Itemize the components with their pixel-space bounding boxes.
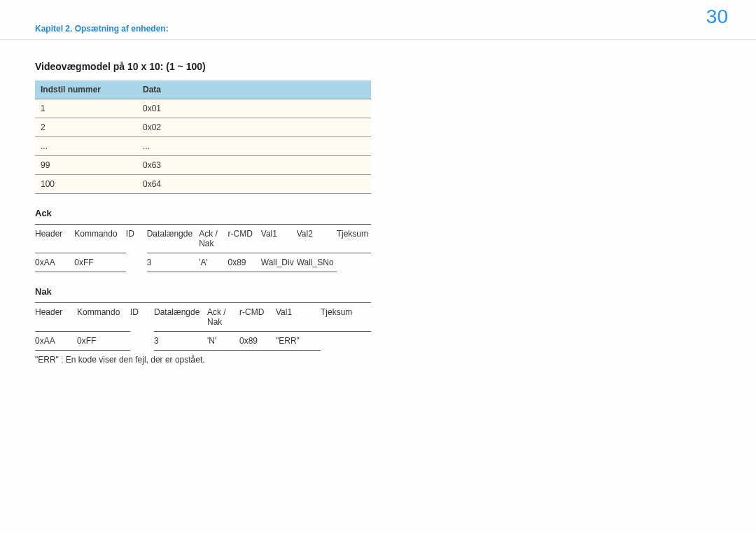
nak-c-5: 0x89 <box>239 332 276 351</box>
nak-c-2 <box>130 332 154 351</box>
table-row: 100 0x64 <box>35 175 371 194</box>
nak-h-7: Tjeksum <box>321 303 371 332</box>
nak-h-5: r-CMD <box>239 303 276 332</box>
table-row: ... ... <box>35 137 371 156</box>
content-area: Videovægmodel på 10 x 10: (1 ~ 100) Inds… <box>0 40 371 365</box>
page-number: 30 <box>706 6 728 28</box>
nak-c-7 <box>321 332 371 351</box>
nak-title: Nak <box>35 286 371 297</box>
nak-h-0: Header <box>35 303 77 332</box>
table-row: 0xAA 0xFF 3 'A' 0x89 Wall_Div Wall_SNo <box>35 253 371 272</box>
cell-num: 99 <box>35 156 137 175</box>
ack-h-3: Datalængde <box>147 225 199 253</box>
table-row: 1 0x01 <box>35 99 371 118</box>
ack-c-5: 0x89 <box>227 253 260 272</box>
table-row: 2 0x02 <box>35 118 371 137</box>
nak-c-6: "ERR" <box>276 332 321 351</box>
ack-table: Header Kommando ID Datalængde Ack / Nak … <box>35 224 371 272</box>
ack-c-8 <box>337 253 371 272</box>
cell-data: 0x01 <box>137 99 371 118</box>
cell-data: ... <box>137 137 371 156</box>
nak-h-2: ID <box>130 303 154 332</box>
table-row: 99 0x63 <box>35 156 371 175</box>
footnote-err: "ERR" : En kode viser den fejl, der er o… <box>35 355 371 365</box>
nak-table: Header Kommando ID Datalængde Ack / Nak … <box>35 302 371 351</box>
section-title: Videovægmodel på 10 x 10: (1 ~ 100) <box>35 61 371 72</box>
col-header-num: Indstil nummer <box>35 80 137 99</box>
cell-num: 1 <box>35 99 137 118</box>
page-header: Kapitel 2. Opsætning af enheden: 30 <box>0 0 756 40</box>
cell-num: ... <box>35 137 137 156</box>
ack-h-4: Ack / Nak <box>199 225 227 253</box>
nak-c-1: 0xFF <box>77 332 130 351</box>
cell-num: 100 <box>35 175 137 194</box>
ack-h-1: Kommando <box>74 225 126 253</box>
nak-h-1: Kommando <box>77 303 130 332</box>
ack-c-6: Wall_Div <box>261 253 297 272</box>
ack-h-5: r-CMD <box>227 225 260 253</box>
ack-h-6: Val1 <box>261 225 297 253</box>
ack-title: Ack <box>35 208 371 218</box>
nak-c-3: 3 <box>154 332 207 351</box>
nak-h-6: Val1 <box>276 303 321 332</box>
cell-num: 2 <box>35 118 137 137</box>
ack-c-7: Wall_SNo <box>297 253 337 272</box>
ack-h-7: Val2 <box>297 225 337 253</box>
ack-c-1: 0xFF <box>74 253 126 272</box>
cell-data: 0x63 <box>137 156 371 175</box>
col-header-data: Data <box>137 80 371 99</box>
nak-h-4: Ack / Nak <box>207 303 239 332</box>
ack-c-2 <box>126 253 147 272</box>
ack-h-8: Tjeksum <box>337 225 371 253</box>
cell-data: 0x02 <box>137 118 371 137</box>
nak-c-0: 0xAA <box>35 332 77 351</box>
ack-h-0: Header <box>35 225 74 253</box>
breadcrumb: Kapitel 2. Opsætning af enheden: <box>35 24 169 34</box>
nak-c-4: 'N' <box>207 332 239 351</box>
table-row: 0xAA 0xFF 3 'N' 0x89 "ERR" <box>35 332 371 351</box>
cell-data: 0x64 <box>137 175 371 194</box>
ack-c-0: 0xAA <box>35 253 74 272</box>
number-data-map-table: Indstil nummer Data 1 0x01 2 0x02 ... ..… <box>35 80 371 194</box>
ack-h-2: ID <box>126 225 147 253</box>
ack-c-3: 3 <box>147 253 199 272</box>
ack-c-4: 'A' <box>199 253 227 272</box>
nak-h-3: Datalængde <box>154 303 207 332</box>
